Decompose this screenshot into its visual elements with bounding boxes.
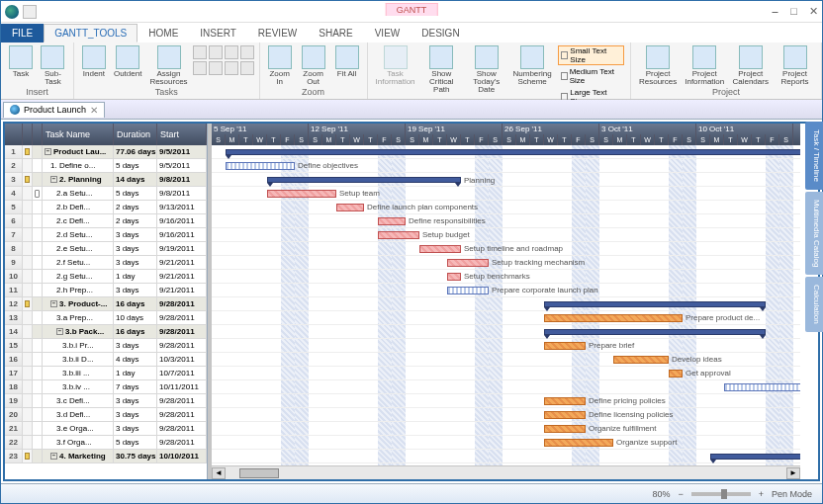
fit-all-button[interactable]: Fit All [331,44,363,79]
assign-resources-button[interactable]: Assign Resources [145,44,191,87]
project-calendars-button[interactable]: Project Calendars [728,44,773,87]
mini-btn[interactable] [240,45,254,59]
zoom-slider[interactable] [691,492,751,496]
maximize-button[interactable]: □ [790,5,797,18]
grid-row[interactable]: 223.f Orga...5 days9/28/2011 [5,436,207,450]
tab-file[interactable]: FILE [1,24,44,42]
side-tab-calculation[interactable]: Calculation [805,277,823,332]
gantt-bar[interactable]: Organize support [544,439,613,447]
scroll-left-button[interactable]: ◄ [212,467,226,479]
collapse-toggle[interactable]: − [50,453,57,460]
tab-design[interactable]: DESIGN [411,24,470,42]
gantt-bar[interactable]: Define objectives [226,162,295,170]
mini-btn[interactable] [225,45,238,59]
tab-review[interactable]: REVIEW [247,24,308,42]
grid-row[interactable]: 153.b.i Pr...3 days9/28/2011 [5,339,207,353]
col-start[interactable]: Start [157,124,207,145]
gantt-bar[interactable]: Define responsibilities [378,217,406,225]
gantt-bar[interactable]: Setup benchmarks [447,273,461,281]
mini-btn[interactable] [225,61,238,75]
scroll-thumb[interactable] [239,468,279,478]
project-reports-button[interactable]: Project Reports [773,44,817,87]
numbering-scheme-button[interactable]: Numbering Scheme [509,44,556,87]
mini-btn[interactable] [240,61,254,75]
zoom-out-button[interactable]: − [678,489,683,499]
gantt-bar[interactable] [226,149,800,155]
gantt-bar[interactable]: Prepare brief [544,342,586,350]
gantt-bar[interactable] [544,301,766,307]
collapse-toggle[interactable]: − [45,148,51,155]
grid-row[interactable]: 62.c Defi...2 days9/16/2011 [5,214,207,228]
zoom-in-button[interactable]: Zoom In [264,44,296,87]
side-tab-multimedia-catalog[interactable]: Multimedia Catalog [805,192,823,275]
indent-button[interactable]: Indent [78,44,110,79]
close-button[interactable]: ✕ [809,5,818,18]
grid-row[interactable]: 102.g Setu...1 day9/21/2011 [5,270,207,284]
mini-btn[interactable] [209,45,223,59]
gantt-bar[interactable]: Planning [267,177,461,183]
chart-scrollbar[interactable]: ◄ ► [212,465,800,479]
gantt-bar[interactable]: Setup tracking mechanism [447,259,489,267]
doc-close-button[interactable]: ✕ [90,105,98,116]
grid-row[interactable]: 72.d Setu...3 days9/16/2011 [5,228,207,242]
grid-row[interactable]: 163.b.ii D...4 days10/3/2011 [5,353,207,367]
gantt-bar[interactable]: Develop ideas [613,356,669,364]
grid-row[interactable]: 112.h Prep...3 days9/21/2011 [5,284,207,297]
project-info-button[interactable]: Project Information [681,44,728,87]
grid-row[interactable]: 21. Define o...5 days9/5/2011 [5,159,207,173]
medium-text-option[interactable]: Medium Text Size [558,66,624,86]
gantt-bar[interactable]: Setup timeline and roadmap [419,245,461,253]
gantt-bar[interactable]: Define launch plan components [336,204,364,211]
task-info-button[interactable]: Task Information [372,44,419,87]
tab-view[interactable]: VIEW [364,24,412,42]
mini-btn[interactable] [193,45,207,59]
tab-gantt-tools[interactable]: GANTT_TOOLS [44,24,137,42]
gantt-bar[interactable]: Prepare product de... [544,314,683,322]
mini-btn[interactable] [209,61,223,75]
gantt-bar[interactable]: Setup team [267,190,336,198]
collapse-toggle[interactable]: − [50,176,57,183]
task-button[interactable]: Task [5,44,37,79]
gantt-bar[interactable]: Get approval [669,370,683,378]
document-tab-active[interactable]: Product Launch ✕ [3,102,105,118]
grid-row[interactable]: 193.c Defi...3 days9/28/2011 [5,394,207,408]
gantt-bar[interactable]: Setup budget [378,231,419,239]
subtask-button[interactable]: Sub-Task [37,44,69,87]
doc-indicator-icon[interactable] [23,5,37,19]
side-tab-task-timeline[interactable]: Task / Timeline [805,122,823,190]
zoom-in-button[interactable]: + [759,489,764,499]
pen-mode-button[interactable]: Pen Mode [772,489,812,499]
grid-row[interactable]: 173.b.iii ...1 day10/7/2011 [5,367,207,380]
small-text-option[interactable]: Small Text Size [558,45,624,65]
gantt-bar[interactable]: Prepare corporate launch plan [447,287,489,294]
gantt-bar[interactable]: Organize fulfillment [544,425,586,433]
col-task-name[interactable]: Task Name [43,124,114,145]
grid-row[interactable]: 42.a Setu...5 days9/8/2011 [5,187,207,201]
gantt-bar[interactable] [710,454,800,460]
gantt-bar[interactable]: Define licensing policies [544,411,586,419]
col-duration[interactable]: Duration [114,124,157,145]
grid-row[interactable]: 3−2. Planning14 days9/8/2011 [5,173,207,187]
zoom-out-button[interactable]: Zoom Out [296,44,331,87]
grid-row[interactable]: 52.b Defi...2 days9/13/2011 [5,201,207,214]
grid-row[interactable]: 1−Product Lau...77.06 days9/5/2011 [5,145,207,159]
grid-row[interactable]: 14−3.b Pack...16 days9/28/2011 [5,325,207,339]
outdent-button[interactable]: Outdent [110,44,145,79]
tab-insert[interactable]: INSERT [189,24,247,42]
collapse-toggle[interactable]: − [50,300,57,307]
grid-row[interactable]: 203.d Defi...3 days9/28/2011 [5,408,207,422]
grid-row[interactable]: 23−4. Marketing30.75 days10/10/2011 [5,450,207,463]
grid-row[interactable]: 92.f Setu...3 days9/21/2011 [5,256,207,270]
tab-home[interactable]: HOME [137,24,189,42]
critical-path-button[interactable]: Show Critical Path [419,44,464,95]
today-button[interactable]: Show Today's Date [464,44,508,95]
grid-row[interactable]: 213.e Orga...3 days9/28/2011 [5,422,207,436]
project-resources-button[interactable]: Project Resources [635,44,681,87]
tab-share[interactable]: SHARE [308,24,363,42]
gantt-bar[interactable] [544,329,766,335]
grid-row[interactable]: 12−3. Product-...16 days9/28/2011 [5,297,207,311]
gantt-bar[interactable] [724,383,800,391]
grid-row[interactable]: 183.b.iv ...7 days10/11/2011 [5,380,207,394]
collapse-toggle[interactable]: − [56,328,63,335]
grid-row[interactable]: 82.e Setu...3 days9/19/2011 [5,242,207,256]
